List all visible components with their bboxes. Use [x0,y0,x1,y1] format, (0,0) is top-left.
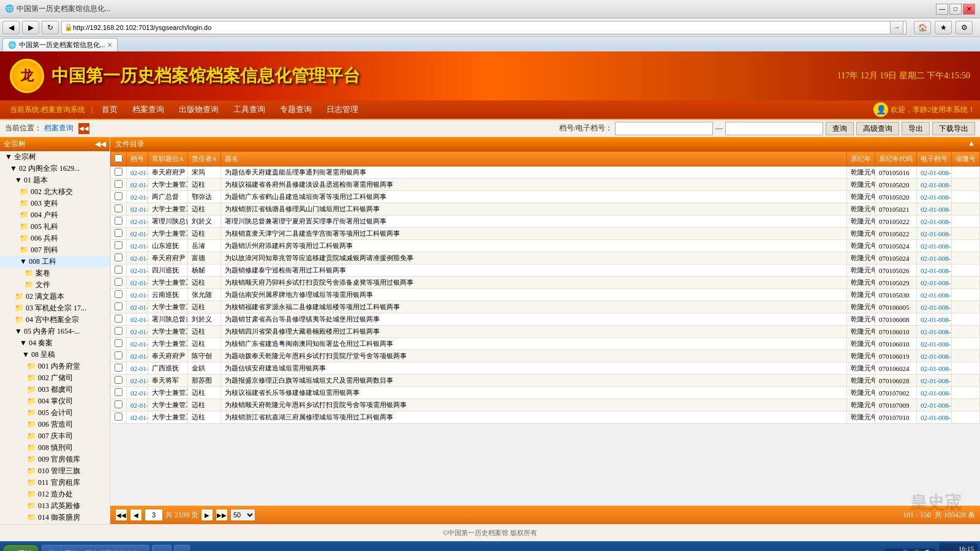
address-input[interactable] [73,24,890,31]
per-page-select[interactable]: 50 20 100 [230,509,255,521]
row-archno[interactable]: 02-01-008-000006-0004 [127,228,148,240]
sidebar-item-007b[interactable]: 📁 007 庆丰司 [0,430,110,442]
sidebar-item-010[interactable]: 📁 010 管理三旗 [0,465,110,477]
menu-archive-query[interactable]: 档案查询 [125,102,172,118]
row-archno[interactable]: 02-01-008-000006-0013 [127,338,148,350]
query-button[interactable]: 查询 [826,122,854,135]
sidebar-item-wenjian[interactable]: 📁 文件 [0,279,110,291]
sidebar-item-006[interactable]: 📁 006 兵科 [0,233,110,244]
row-elecno[interactable]: 02-01-008-000006-0004-0000 [917,228,952,240]
row-archno[interactable]: 02-01-008-000005-0017 [127,167,148,179]
row-elecno[interactable]: 02-01-008-000006-0006-0000 [917,252,952,264]
sidebar-item-007[interactable]: 📁 007 刑科 [0,244,110,256]
row-archno[interactable]: 02-01-008-000006-0005 [127,240,148,252]
row-elecno[interactable]: 02-01-008-000005-0018-0000 [917,179,952,191]
sidebar-item-root[interactable]: ▼ 全宗树 [0,151,110,163]
row-archno[interactable]: 02-01-008-000006-0006 [127,252,148,264]
current-page-input[interactable] [145,509,163,521]
row-checkbox[interactable] [111,191,127,203]
advanced-query-button[interactable]: 高级查询 [856,122,899,135]
sidebar-item-005[interactable]: 📁 005 礼科 [0,221,110,233]
sidebar-item-01[interactable]: ▼ 01 题本 [0,174,110,186]
row-elecno[interactable]: 02-01-008-000006-0003-0000 [917,216,952,228]
row-checkbox[interactable] [111,338,127,350]
row-elecno[interactable]: 02-01-008-000006-0009-0000 [917,289,952,301]
row-elecno[interactable]: 02-01-008-000006-0011-0000 [917,313,952,326]
row-checkbox[interactable] [111,399,127,411]
sidebar-item-003[interactable]: 📁 003 吏科 [0,198,110,209]
export-button[interactable]: 导出 [902,122,930,135]
browser-tab-active[interactable]: 🌐 中国第一历史档案馆信息化... ✕ [2,38,118,51]
row-archno[interactable]: 02-01-008-000006-0002 [127,203,148,216]
row-archno[interactable]: 02-01-008-000006-0017 [127,387,148,399]
row-checkbox[interactable] [111,228,127,240]
sidebar-item-002b[interactable]: 📁 002 广储司 [0,372,110,384]
menu-log-mgmt[interactable]: 日志管理 [319,102,366,118]
sidebar-item-008[interactable]: ▼ 008 工科 [0,256,110,268]
menu-home[interactable]: 首页 [94,102,125,118]
row-archno[interactable]: 02-01-008-000005-0018 [127,179,148,191]
sidebar-item-04-zou[interactable]: ▼ 04 奏案 [0,337,110,349]
row-archno[interactable]: 02-01-008-000006-0007 [127,264,148,277]
sidebar-collapse-button[interactable]: ◀◀ [78,123,89,134]
sidebar-item-013[interactable]: 📁 013 武英殿修 [0,500,110,512]
row-elecno[interactable]: 02-01-008-000006-0013-0000 [917,338,952,350]
next-page-button[interactable]: ▶ [201,509,213,521]
row-elecno[interactable]: 02-01-008-000006-0015-0000 [917,362,952,375]
row-checkbox[interactable] [111,387,127,399]
select-all-checkbox[interactable] [115,154,123,162]
row-checkbox[interactable] [111,216,127,228]
row-checkbox[interactable] [111,264,127,277]
refresh-button[interactable]: ↻ [42,21,59,34]
go-button[interactable]: → [890,21,903,34]
row-checkbox[interactable] [111,252,127,264]
sidebar-collapse-icon[interactable]: ◀◀ [95,140,106,149]
address-bar[interactable]: 🔒 → [61,21,907,34]
sidebar-item-006b[interactable]: 📁 006 营造司 [0,419,110,430]
row-elecno[interactable]: 02-01-008-000006-0014-0000 [917,350,952,362]
search-archno-input[interactable] [615,122,713,135]
menu-tools-query[interactable]: 工具查询 [226,102,273,118]
row-elecno[interactable]: 02-01-008-000006-0016-0000 [917,375,952,387]
tools-button[interactable]: ⚙ [956,21,973,34]
sidebar-item-014[interactable]: 📁 014 御茶膳房 [0,512,110,523]
sidebar-item-04[interactable]: 📁 04 宫中档案全宗 [0,314,110,326]
row-elecno[interactable]: 02-01-008-000006-0017-0000 [917,387,952,399]
row-elecno[interactable]: 02-01-008-000006-0012-0000 [917,326,952,338]
row-checkbox[interactable] [111,326,127,338]
row-archno[interactable]: 02-01-008-000006-0011 [127,313,148,326]
sidebar-item-02[interactable]: ▼ 02 内阁全宗 1629... [0,163,110,174]
search-archno-input2[interactable] [725,122,823,135]
sidebar-item-manzhu[interactable]: 📁 02 满文题本 [0,291,110,302]
row-archno[interactable]: 02-01-008-000006-0009 [127,289,148,301]
menu-topic-query[interactable]: 专题查询 [273,102,319,118]
taskbar-ie-app[interactable]: 🌐 中国第一历史档案馆信息化... [42,545,149,551]
row-archno[interactable]: 02-01-008-000006-0018 [127,399,148,411]
sidebar-item-004b[interactable]: 📁 004 掌仪司 [0,395,110,407]
sidebar-item-03[interactable]: 📁 03 军机处全宗 17... [0,302,110,314]
row-checkbox[interactable] [111,240,127,252]
row-checkbox[interactable] [111,375,127,387]
row-archno[interactable]: 02-01-008-000006-0010 [127,301,148,313]
sidebar-item-012[interactable]: 📁 012 造办处 [0,489,110,500]
sidebar-item-anjuan[interactable]: 📁 案卷 [0,268,110,279]
download-export-button[interactable]: 下载导出 [932,122,975,135]
maximize-button[interactable]: □ [949,4,962,15]
breadcrumb-link[interactable]: 档案查询 [44,123,74,133]
sidebar-item-011[interactable]: 📁 011 官房租库 [0,477,110,489]
sidebar-item-008b[interactable]: 📁 008 慎刑司 [0,442,110,454]
row-checkbox[interactable] [111,277,127,289]
menu-publication-query[interactable]: 出版物查询 [172,102,226,118]
row-elecno[interactable]: 02-01-008-000006-0010-0000 [917,301,952,313]
forward-button[interactable]: ▶ [22,21,39,34]
prev-page-button[interactable]: ◀ [130,509,142,521]
last-page-button[interactable]: ▶▶ [216,509,228,521]
row-checkbox[interactable] [111,350,127,362]
sidebar-item-05[interactable]: ▼ 05 内务府 1654-... [0,326,110,337]
taskbar-media[interactable]: ▶ [174,545,190,551]
sidebar-item-005b[interactable]: 📁 005 会计司 [0,407,110,419]
row-archno[interactable]: 02-01-008-000006-0003 [127,216,148,228]
row-archno[interactable]: 02-01-008-000006-0001 [127,191,148,203]
minimize-button[interactable]: — [936,4,948,15]
row-checkbox[interactable] [111,289,127,301]
